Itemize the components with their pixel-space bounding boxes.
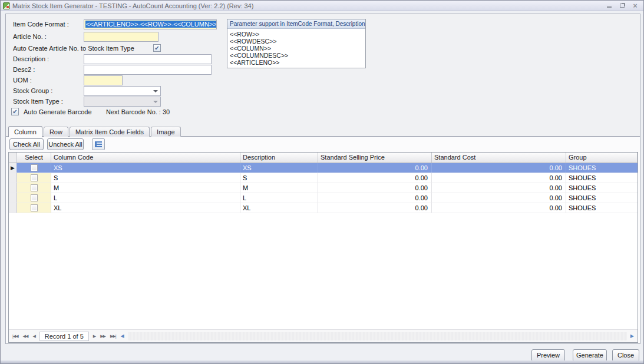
grid-toolbar: Check All Uncheck All	[9, 138, 105, 150]
cell-description[interactable]: XL	[240, 203, 318, 213]
table-row[interactable]: ▶ XS XS 0.00 0.00 SHOUES	[9, 163, 638, 173]
article-no-label: Article No. :	[13, 33, 47, 40]
description-field[interactable]	[84, 54, 212, 64]
parameter-support-header: Parameter support in ItemCode Format, De…	[227, 19, 365, 29]
auto-generate-barcode-label: Auto Generate Barcode	[24, 108, 92, 115]
cell-column-code[interactable]: L	[51, 193, 240, 203]
desc2-label: Desc2 :	[13, 66, 35, 73]
tab-matrix-item-code-fields[interactable]: Matrix Item Code Fields	[70, 127, 150, 137]
close-icon[interactable]: ×	[632, 2, 639, 9]
tab-column[interactable]: Column	[8, 126, 42, 137]
parameter-item: <<ROW>>	[227, 31, 365, 38]
col-header-column-code[interactable]: Column Code	[51, 153, 240, 163]
cell-standard-cost[interactable]: 0.00	[432, 173, 566, 183]
app-icon	[3, 2, 10, 9]
nav-prev-page-icon[interactable]: ◀◀	[21, 333, 31, 340]
row-select-checkbox[interactable]	[31, 174, 38, 181]
cell-column-code[interactable]: S	[51, 173, 240, 183]
nav-next-icon[interactable]: ▶	[91, 333, 98, 340]
nav-next-page-icon[interactable]: ▶▶	[98, 333, 108, 340]
grid-empty-area	[9, 214, 638, 329]
item-code-format-field[interactable]: <<ARTICLENO>>-<<ROW>>-<<COLUMN>>	[84, 19, 217, 29]
cell-description[interactable]: XS	[240, 163, 318, 173]
col-header-group[interactable]: Group	[566, 153, 638, 163]
table-row[interactable]: L L 0.00 0.00 SHOUES	[9, 193, 638, 203]
cell-standard-selling-price[interactable]: 0.00	[318, 193, 432, 203]
stock-item-type-label: Stock Item Type :	[13, 98, 63, 105]
main-panel: Item Code Format : <<ARTICLENO>>-<<ROW>>…	[5, 14, 640, 344]
cell-standard-cost[interactable]: 0.00	[432, 203, 566, 213]
next-barcode-label: Next Barcode No. : 30	[106, 108, 170, 115]
scroll-right-icon[interactable]: ▶	[628, 333, 636, 339]
item-code-format-label: Item Code Format :	[13, 21, 69, 28]
parameter-support-panel: Parameter support in ItemCode Format, De…	[227, 19, 366, 68]
title-bar: Matrix Stock Item Generator - TESTING - …	[1, 1, 643, 11]
uom-field[interactable]	[84, 75, 123, 85]
cell-column-code[interactable]: XS	[51, 163, 240, 173]
uncheck-all-button[interactable]: Uncheck All	[47, 138, 84, 150]
stock-group-combo[interactable]	[84, 86, 161, 96]
cell-standard-selling-price[interactable]: 0.00	[318, 163, 432, 173]
row-select-checkbox[interactable]	[31, 164, 38, 171]
uom-label: UOM :	[13, 77, 32, 84]
tab-row[interactable]: Row	[44, 127, 68, 137]
cell-group[interactable]: SHOUES	[566, 203, 638, 213]
app-window: Matrix Stock Item Generator - TESTING - …	[0, 0, 644, 364]
table-row[interactable]: S S 0.00 0.00 SHOUES	[9, 173, 638, 183]
cell-group[interactable]: SHOUES	[566, 163, 638, 173]
window-title: Matrix Stock Item Generator - TESTING - …	[12, 2, 253, 9]
row-select-checkbox[interactable]	[31, 184, 38, 191]
parameter-item: <<ROWDESC>>	[227, 38, 365, 45]
scroll-left-icon[interactable]: ◀	[118, 333, 127, 339]
restore-icon[interactable]	[619, 2, 626, 9]
desc2-field[interactable]	[84, 65, 212, 75]
current-row-indicator-icon: ▶	[9, 163, 17, 173]
preview-button[interactable]: Preview	[531, 349, 565, 362]
cell-standard-selling-price[interactable]: 0.00	[318, 203, 432, 213]
cell-description[interactable]: S	[240, 173, 318, 183]
record-count-label: Record 1 of 5	[39, 332, 89, 341]
parameter-item: <<ARTICLENO>>	[227, 59, 365, 66]
col-header-description[interactable]: Description	[240, 153, 318, 163]
record-navigator: |◀◀ ◀◀ ◀ Record 1 of 5 ▶ ▶▶ ▶▶| ◀ ▶	[9, 329, 638, 342]
horizontal-scrollbar[interactable]	[128, 332, 627, 340]
cell-description[interactable]: L	[240, 193, 318, 203]
nav-prev-icon[interactable]: ◀	[30, 333, 37, 340]
check-all-button[interactable]: Check All	[9, 138, 44, 150]
window-bottom-edge	[1, 360, 643, 363]
row-select-checkbox[interactable]	[31, 204, 38, 211]
cell-standard-cost[interactable]: 0.00	[432, 183, 566, 193]
auto-generate-barcode-checkbox[interactable]: ✔	[11, 108, 19, 115]
generate-button[interactable]: Generate	[573, 349, 607, 362]
col-header-standard-selling-price[interactable]: Standard Selling Price	[318, 153, 432, 163]
cell-standard-cost[interactable]: 0.00	[432, 163, 566, 173]
table-row[interactable]: M M 0.00 0.00 SHOUES	[9, 183, 638, 193]
col-header-select[interactable]: Select	[17, 153, 51, 163]
table-row[interactable]: XL XL 0.00 0.00 SHOUES	[9, 203, 638, 213]
parameter-item: <<COLUMNDESC>>	[227, 52, 365, 59]
article-no-field[interactable]	[84, 32, 158, 42]
minimize-icon[interactable]	[606, 2, 613, 9]
cell-standard-cost[interactable]: 0.00	[432, 193, 566, 203]
stock-item-type-combo	[84, 97, 161, 107]
col-header-standard-cost[interactable]: Standard Cost	[432, 153, 566, 163]
cell-standard-selling-price[interactable]: 0.00	[318, 173, 432, 183]
column-chooser-button[interactable]	[92, 138, 105, 150]
cell-description[interactable]: M	[240, 183, 318, 193]
cell-column-code[interactable]: XL	[51, 203, 240, 213]
cell-standard-selling-price[interactable]: 0.00	[318, 183, 432, 193]
columns-grid: Select Column Code Description Standard …	[8, 152, 638, 343]
auto-create-checkbox[interactable]: ✔	[153, 44, 161, 52]
item-code-format-value: <<ARTICLENO>>-<<ROW>>-<<COLUMN>>	[85, 21, 217, 28]
close-button[interactable]: Close	[612, 349, 639, 362]
tab-image[interactable]: Image	[151, 127, 181, 137]
cell-group[interactable]: SHOUES	[566, 183, 638, 193]
cell-group[interactable]: SHOUES	[566, 193, 638, 203]
nav-first-icon[interactable]: |◀◀	[10, 333, 21, 340]
chevron-down-icon	[153, 90, 158, 92]
row-indicator-header	[9, 153, 17, 163]
nav-last-icon[interactable]: ▶▶|	[108, 333, 118, 340]
cell-group[interactable]: SHOUES	[566, 173, 638, 183]
cell-column-code[interactable]: M	[51, 183, 240, 193]
row-select-checkbox[interactable]	[31, 194, 38, 201]
